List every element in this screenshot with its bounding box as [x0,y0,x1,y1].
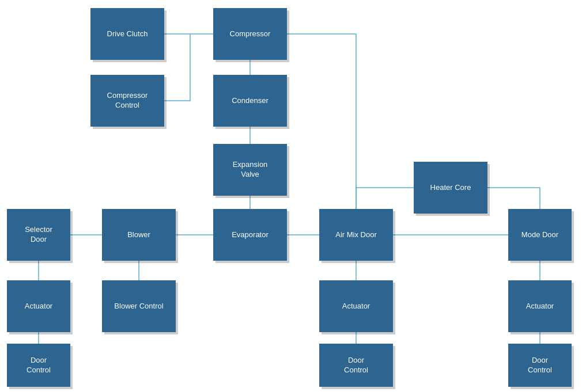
door-control-mode-node: DoorControl [508,344,572,387]
heater-core-node: Heater Core [414,162,487,214]
drive-clutch-node: Drive Clutch [90,8,164,60]
expansion-valve-node: ExpansionValve [213,144,287,196]
actuator-air-node: Actuator [319,280,393,332]
blower-control-node: Blower Control [102,280,176,332]
mode-door-node: Mode Door [508,209,572,261]
evaporator-node: Evaporator [213,209,287,261]
diagram-container: Drive ClutchCompressorControlCompressorC… [0,0,586,392]
door-control-sel-node: DoorControl [7,344,70,387]
compressor-node: Compressor [213,8,287,60]
air-mix-door-node: Air Mix Door [319,209,393,261]
connections-svg [0,0,586,392]
door-control-air-node: DoorControl [319,344,393,387]
blower-node: Blower [102,209,176,261]
selector-door-node: SelectorDoor [7,209,70,261]
condenser-node: Condenser [213,75,287,127]
actuator-sel-node: Actuator [7,280,70,332]
actuator-mode-node: Actuator [508,280,572,332]
compressor-control-node: CompressorControl [90,75,164,127]
